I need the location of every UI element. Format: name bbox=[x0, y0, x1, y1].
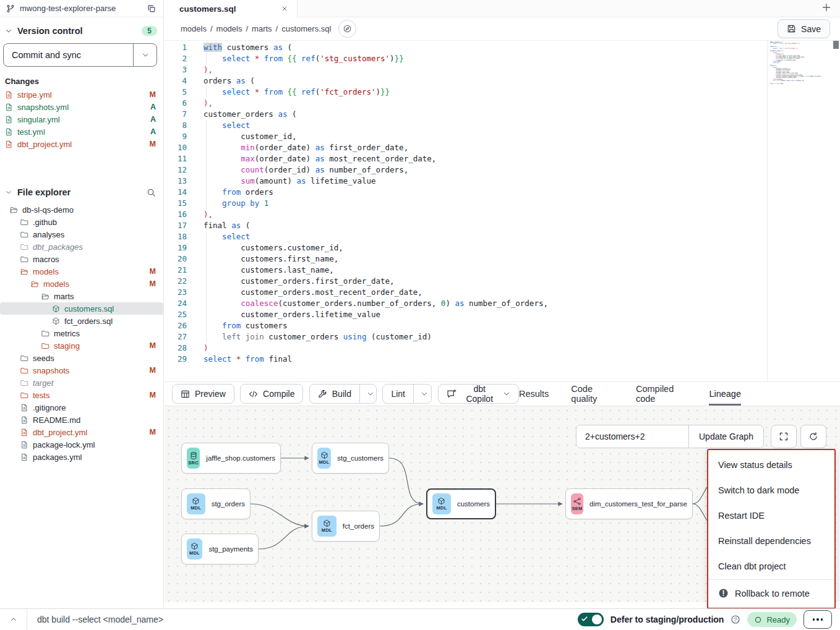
node-label: jaffle_shop.customers bbox=[206, 454, 275, 462]
changed-file-stripe.yml[interactable]: stripe.ymlM bbox=[0, 88, 163, 101]
menu-item-switch-to-dark-mode[interactable]: Switch to dark mode bbox=[708, 477, 834, 503]
tree-item-.gitignore[interactable]: .gitignore bbox=[0, 401, 163, 414]
new-tab-button[interactable] bbox=[821, 2, 831, 12]
refresh-graph-button[interactable] bbox=[800, 425, 826, 448]
lineage-selector-input[interactable] bbox=[576, 425, 688, 448]
tree-item-macros[interactable]: macros bbox=[0, 253, 163, 265]
build-options-button[interactable] bbox=[359, 385, 377, 403]
changed-file-test.yml[interactable]: test.ymlA bbox=[0, 126, 163, 138]
compass-button[interactable] bbox=[338, 20, 356, 38]
changed-file-dbt_project.yml[interactable]: dbt_project.ymlM bbox=[0, 138, 163, 150]
breadcrumb-item[interactable]: customers.sql bbox=[281, 24, 331, 33]
ready-status-badge: Ready bbox=[747, 612, 797, 627]
save-button[interactable]: Save bbox=[778, 19, 830, 38]
tree-item-models[interactable]: modelsM bbox=[0, 278, 163, 290]
file-icon bbox=[5, 116, 13, 124]
cli-command-input[interactable]: dbt build --select <model_name> bbox=[37, 615, 578, 624]
check-icon bbox=[581, 615, 588, 623]
svg-text:?: ? bbox=[734, 616, 737, 623]
lineage-node-dim_customers_test_for_parse[interactable]: SEM dim_customers_test_for_parse bbox=[565, 488, 693, 519]
defer-toggle[interactable] bbox=[578, 613, 604, 626]
tree-item-target[interactable]: target bbox=[0, 377, 163, 389]
breadcrumb-item[interactable]: marts bbox=[252, 24, 272, 33]
breadcrumb-row: models/models/marts/customers.sql Save bbox=[165, 17, 840, 41]
changed-file-snapshots.yml[interactable]: snapshots.ymlA bbox=[0, 101, 163, 113]
tab-lineage[interactable]: Lineage bbox=[709, 382, 741, 406]
more-options-button[interactable] bbox=[804, 610, 832, 629]
compile-button[interactable]: Compile bbox=[240, 384, 303, 404]
code-content: with customers as ( select * from {{ ref… bbox=[199, 41, 767, 381]
tree-item-analyses[interactable]: analyses bbox=[0, 228, 163, 241]
copy-icon[interactable] bbox=[147, 4, 156, 13]
menu-item-restart-ide[interactable]: Restart IDE bbox=[708, 503, 834, 528]
lineage-node-fct_orders[interactable]: MDL fct_orders bbox=[312, 511, 380, 542]
minimap[interactable]: with customers as ( select * from {{ ref… bbox=[767, 41, 840, 381]
tree-item-package-lock.yml[interactable]: package-lock.yml bbox=[0, 438, 163, 451]
mdl-badge: MDL bbox=[317, 516, 336, 537]
code-editor[interactable]: 1234567891011121314151617181920212223242… bbox=[165, 41, 840, 381]
tab-customers-sql[interactable]: customers.sql bbox=[165, 0, 298, 17]
tree-item-dbt_project.yml[interactable]: dbt_project.ymlM bbox=[0, 426, 163, 438]
lineage-node-stg_payments[interactable]: MDL stg_payments bbox=[181, 534, 259, 564]
build-split-button: Build bbox=[309, 384, 377, 404]
fullscreen-button[interactable] bbox=[771, 425, 797, 448]
tree-item-marts[interactable]: marts bbox=[0, 290, 163, 302]
tab-label: customers.sql bbox=[179, 4, 236, 14]
expand-command-panel-button[interactable] bbox=[0, 609, 27, 630]
file-icon bbox=[20, 404, 28, 412]
tree-item-snapshots[interactable]: snapshotsM bbox=[0, 364, 163, 377]
build-button[interactable]: Build bbox=[310, 385, 359, 403]
code-line: orders as ( bbox=[204, 75, 767, 87]
tree-item-customers.sql[interactable]: customers.sql bbox=[0, 302, 163, 315]
help-icon[interactable]: ? bbox=[731, 615, 740, 624]
menu-item-clean-dbt-project[interactable]: Clean dbt project bbox=[708, 553, 834, 579]
tree-item-README.md[interactable]: README.md bbox=[0, 414, 163, 426]
menu-item-rollback-to-remote[interactable]: Rollback to remote bbox=[708, 581, 834, 606]
folder-icon bbox=[20, 354, 28, 362]
tree-item-db-sl-qs-demo[interactable]: db-sl-qs-demo bbox=[0, 203, 163, 216]
code-line: max(order_date) as most_recent_order_dat… bbox=[204, 153, 767, 164]
minimap-slider[interactable] bbox=[833, 41, 839, 49]
breadcrumb-item[interactable]: models bbox=[181, 24, 207, 33]
lineage-node-stg_customers[interactable]: MDL stg_customers bbox=[312, 443, 389, 474]
version-control-header[interactable]: Version control 5 bbox=[0, 17, 163, 42]
close-icon[interactable] bbox=[281, 5, 288, 12]
tree-item-.github[interactable]: .github bbox=[0, 216, 163, 228]
save-icon bbox=[787, 24, 796, 33]
tab-results[interactable]: Results bbox=[519, 382, 549, 406]
search-icon[interactable] bbox=[147, 188, 156, 197]
folder-icon bbox=[20, 391, 28, 399]
code-line: select * from {{ ref('stg_customers')}} bbox=[204, 53, 767, 64]
lineage-node-stg_orders[interactable]: MDL stg_orders bbox=[181, 488, 251, 519]
tree-item-packages.yml[interactable]: packages.yml bbox=[0, 451, 163, 463]
menu-item-reinstall-dependencies[interactable]: Reinstall dependencies bbox=[708, 528, 834, 553]
tree-item-metrics[interactable]: metrics bbox=[0, 327, 163, 339]
tab-compiled-code[interactable]: Compiled code bbox=[636, 382, 687, 406]
changes-label: Changes bbox=[0, 67, 163, 88]
preview-button[interactable]: Preview bbox=[172, 384, 234, 404]
wrench-icon bbox=[318, 389, 327, 399]
commit-options-button[interactable] bbox=[133, 44, 156, 66]
changed-file-singular.yml[interactable]: singular.ymlA bbox=[0, 113, 163, 126]
tree-item-dbt_packages[interactable]: dbt_packages bbox=[0, 241, 163, 253]
tab-code-quality[interactable]: Code quality bbox=[571, 382, 614, 406]
tree-item-seeds[interactable]: seeds bbox=[0, 352, 163, 364]
node-label: customers bbox=[457, 500, 490, 508]
lineage-node-customers[interactable]: MDL customers bbox=[426, 488, 496, 519]
lint-split-button: Lint bbox=[382, 384, 432, 404]
dbt-copilot-button[interactable]: dbt Copilot bbox=[438, 384, 519, 404]
lineage-node-jaffle_shop.customers[interactable]: SRC jaffle_shop.customers bbox=[181, 443, 281, 474]
breadcrumb-item[interactable]: models bbox=[216, 24, 242, 33]
copilot-label: dbt Copilot bbox=[461, 384, 498, 404]
menu-item-view-status-details[interactable]: View status details bbox=[708, 452, 834, 477]
tree-item-staging[interactable]: stagingM bbox=[0, 339, 163, 352]
tree-item-tests[interactable]: testsM bbox=[0, 389, 163, 401]
lint-options-button[interactable] bbox=[413, 385, 432, 403]
file-explorer-header[interactable]: File explorer bbox=[0, 150, 163, 203]
mdl-badge: MDL bbox=[187, 538, 202, 560]
tree-item-fct_orders.sql[interactable]: fct_orders.sql bbox=[0, 315, 163, 327]
tree-item-models[interactable]: modelsM bbox=[0, 265, 163, 278]
update-graph-button[interactable]: Update Graph bbox=[688, 425, 763, 448]
lint-button[interactable]: Lint bbox=[383, 385, 413, 403]
commit-and-sync-button[interactable]: Commit and sync bbox=[4, 44, 133, 66]
